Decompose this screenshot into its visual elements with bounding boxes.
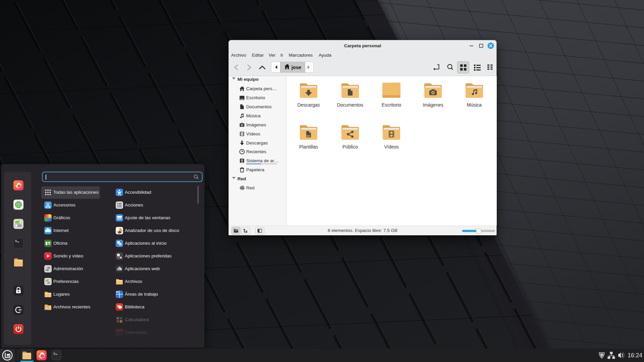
svg-text:$: $ bbox=[53, 352, 55, 356]
svg-text:jose: jose bbox=[291, 65, 301, 70]
svg-text:♪: ♪ bbox=[118, 254, 119, 256]
svg-text:$: $ bbox=[15, 240, 17, 243]
